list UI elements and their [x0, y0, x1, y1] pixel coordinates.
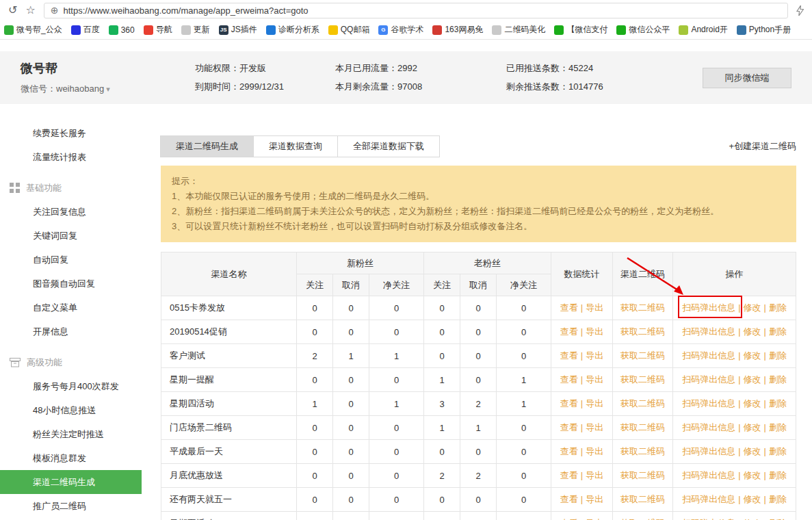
- scan-popup-info-link[interactable]: 扫码弹出信息: [682, 446, 735, 456]
- delete-link[interactable]: 删除: [769, 374, 787, 385]
- bookmark-item[interactable]: QQ邮箱: [328, 24, 370, 36]
- tab-data-query[interactable]: 渠道数据查询: [253, 135, 338, 157]
- bookmark-item[interactable]: 更新: [181, 24, 210, 36]
- get-qrcode-link[interactable]: 获取二维码: [620, 350, 665, 361]
- export-link[interactable]: 导出: [586, 470, 603, 480]
- get-qrcode-link[interactable]: 获取二维码: [620, 422, 665, 432]
- export-link[interactable]: 导出: [586, 398, 603, 408]
- edit-link[interactable]: 修改: [744, 350, 761, 361]
- get-qrcode-link[interactable]: 获取二维码: [620, 302, 665, 313]
- delete-link[interactable]: 删除: [769, 326, 787, 337]
- sidebar-item[interactable]: 关注回复信息: [0, 200, 142, 224]
- lightning-icon[interactable]: [796, 5, 804, 16]
- view-link[interactable]: 查看: [560, 446, 578, 456]
- sidebar-item[interactable]: 渠道二维码生成: [0, 470, 142, 494]
- bookmark-item[interactable]: Python手册: [737, 24, 791, 36]
- view-link[interactable]: 查看: [560, 326, 578, 337]
- sidebar-item[interactable]: 48小时信息推送: [0, 398, 142, 422]
- edit-link[interactable]: 修改: [744, 326, 761, 337]
- view-link[interactable]: 查看: [560, 494, 578, 504]
- refresh-icon[interactable]: ↺: [8, 5, 17, 16]
- sidebar-item[interactable]: 推广员二维码: [0, 494, 142, 518]
- scan-popup-info-link[interactable]: 扫码弹出信息: [682, 494, 735, 504]
- get-qrcode-link[interactable]: 获取二维码: [620, 326, 665, 337]
- edit-link[interactable]: 修改: [744, 302, 761, 313]
- fan-count-cell: 0: [460, 344, 497, 368]
- bookmark-item[interactable]: 二维码美化: [492, 24, 545, 36]
- get-qrcode-link[interactable]: 获取二维码: [620, 374, 665, 385]
- get-qrcode-link[interactable]: 获取二维码: [620, 446, 665, 456]
- col-header-new-fans: 新粉丝: [297, 252, 424, 274]
- view-link[interactable]: 查看: [560, 422, 578, 432]
- bookmark-item[interactable]: 163网易免: [432, 24, 483, 36]
- view-link[interactable]: 查看: [560, 302, 578, 313]
- delete-link[interactable]: 删除: [769, 302, 787, 313]
- delete-link[interactable]: 删除: [769, 398, 787, 408]
- url-text[interactable]: https://www.weihaobang.com/manage/app_er…: [63, 5, 308, 16]
- delete-link[interactable]: 删除: [769, 470, 787, 480]
- create-channel-qrcode-link[interactable]: +创建渠道二维码: [729, 140, 796, 153]
- favorite-star-icon[interactable]: ☆: [25, 5, 35, 16]
- edit-link[interactable]: 修改: [744, 446, 761, 456]
- bookmark-item[interactable]: 百度: [71, 24, 100, 36]
- fan-count-cell: 0: [369, 464, 424, 488]
- bookmark-item[interactable]: 360: [109, 25, 135, 35]
- sidebar-item[interactable]: 关键词回复: [0, 224, 142, 248]
- export-link[interactable]: 导出: [586, 446, 603, 456]
- scan-popup-info-link[interactable]: 扫码弹出信息: [682, 398, 735, 408]
- bookmark-item[interactable]: 微信公众平: [616, 24, 670, 36]
- bookmark-item[interactable]: 导航: [144, 24, 172, 36]
- view-link[interactable]: 查看: [560, 398, 578, 408]
- sync-wechat-button[interactable]: 同步微信端: [703, 68, 791, 88]
- scan-popup-info-link[interactable]: 扫码弹出信息: [682, 422, 735, 432]
- view-link[interactable]: 查看: [560, 374, 578, 385]
- export-link[interactable]: 导出: [586, 494, 603, 504]
- tab-data-download[interactable]: 全部渠道数据下载: [337, 135, 440, 157]
- delete-link[interactable]: 删除: [769, 422, 787, 432]
- delete-link[interactable]: 删除: [769, 494, 787, 504]
- export-link[interactable]: 导出: [586, 302, 603, 313]
- bookmark-item[interactable]: 【微信支付: [554, 24, 607, 36]
- sidebar-item[interactable]: 自定义菜单: [0, 296, 142, 320]
- view-link[interactable]: 查看: [560, 470, 578, 480]
- export-link[interactable]: 导出: [586, 422, 603, 432]
- export-link[interactable]: 导出: [586, 350, 603, 361]
- account-selector[interactable]: 微信号：weihaobang▾: [21, 83, 195, 95]
- sidebar-item[interactable]: 服务号每月400次群发: [0, 374, 142, 398]
- sidebar-item[interactable]: 自动回复: [0, 248, 142, 272]
- tab-qrcode-generate[interactable]: 渠道二维码生成: [160, 135, 254, 157]
- edit-link[interactable]: 修改: [744, 398, 761, 408]
- table-row: 星期一提醒000101查看|导出获取二维码扫码弹出信息|修改|删除: [161, 368, 796, 392]
- sidebar-item[interactable]: 开屏信息: [0, 320, 142, 343]
- scan-popup-info-link[interactable]: 扫码弹出信息: [682, 326, 735, 337]
- get-qrcode-link[interactable]: 获取二维码: [620, 470, 665, 480]
- scan-popup-info-link[interactable]: 扫码弹出信息: [682, 350, 735, 361]
- export-link[interactable]: 导出: [586, 374, 603, 385]
- view-link[interactable]: 查看: [560, 350, 578, 361]
- sidebar-item[interactable]: 模板消息群发: [0, 446, 142, 470]
- bookmark-item[interactable]: 微号帮_公众: [4, 24, 62, 36]
- scan-popup-info-link[interactable]: 扫码弹出信息: [682, 374, 735, 385]
- bookmark-item[interactable]: Android开: [679, 24, 727, 36]
- get-qrcode-link[interactable]: 获取二维码: [620, 398, 665, 408]
- delete-link[interactable]: 删除: [769, 446, 787, 456]
- fan-count-cell: 0: [497, 344, 551, 368]
- bookmark-item[interactable]: JSJS插件: [219, 24, 257, 36]
- edit-link[interactable]: 修改: [744, 422, 761, 432]
- scan-popup-info-link[interactable]: 扫码弹出信息: [682, 470, 735, 480]
- bookmark-item[interactable]: 诊断分析系: [266, 24, 319, 36]
- bookmark-item[interactable]: G谷歌学术: [378, 24, 423, 36]
- edit-link[interactable]: 修改: [744, 374, 761, 385]
- sidebar-item[interactable]: 续费延长服务: [0, 121, 142, 145]
- sidebar-item[interactable]: 图音频自动回复: [0, 272, 142, 296]
- sidebar-item[interactable]: 流量统计报表: [0, 145, 142, 169]
- delete-link[interactable]: 删除: [769, 350, 787, 361]
- get-qrcode-link[interactable]: 获取二维码: [620, 494, 665, 504]
- scan-popup-info-link[interactable]: 扫码弹出信息: [682, 302, 735, 313]
- account-header: 微号帮 微信号：weihaobang▾ 功能权限：开发版到期时间：2999/12…: [0, 51, 812, 104]
- sidebar-item[interactable]: 粉丝关注定时推送: [0, 422, 142, 446]
- edit-link[interactable]: 修改: [744, 470, 761, 480]
- address-bar[interactable]: ⊕ https://www.weihaobang.com/manage/app_…: [44, 3, 788, 18]
- export-link[interactable]: 导出: [586, 326, 603, 337]
- edit-link[interactable]: 修改: [744, 494, 761, 504]
